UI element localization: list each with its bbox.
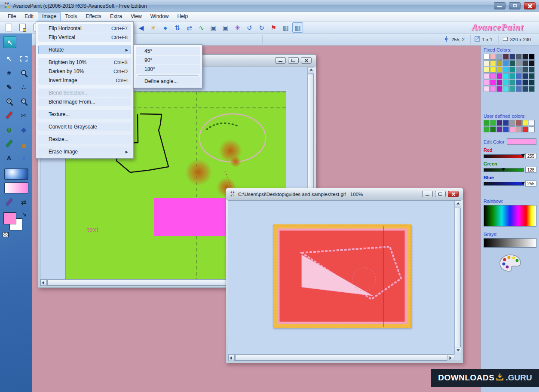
flip-vertical-button[interactable]: ⇅ <box>172 22 183 33</box>
canvas-window-maximize-button[interactable] <box>288 57 299 64</box>
color-swatch[interactable] <box>503 54 509 60</box>
color-swatch[interactable] <box>496 67 502 73</box>
menu-view[interactable]: View <box>126 12 146 21</box>
testgif-minimize-button[interactable] <box>422 191 433 197</box>
stamp-tool[interactable]: ▄ <box>17 138 30 150</box>
user-color-swatch[interactable] <box>484 126 490 132</box>
color-swatch[interactable] <box>484 54 490 60</box>
grays-picker[interactable] <box>484 238 536 248</box>
testgif-close-button[interactable] <box>448 191 459 197</box>
grid-button[interactable]: ▦ <box>280 22 291 33</box>
color-swatch[interactable] <box>529 60 535 66</box>
edit-color-swatch[interactable] <box>507 138 536 145</box>
foreground-color-well[interactable] <box>3 212 16 224</box>
color-swatch[interactable] <box>503 86 509 92</box>
color-swatch[interactable] <box>490 60 496 66</box>
rotate-right-button[interactable]: ↻ <box>256 22 267 33</box>
color-swatch[interactable] <box>503 80 509 86</box>
user-color-swatch[interactable] <box>503 120 509 126</box>
scroll-right-icon[interactable] <box>448 355 454 361</box>
transparency-icon[interactable] <box>3 232 9 237</box>
color-swatch[interactable] <box>496 80 502 86</box>
color-swatch[interactable] <box>516 73 522 79</box>
color-swatch[interactable] <box>529 86 535 92</box>
palette-icon[interactable] <box>484 254 536 274</box>
red-slider-marker[interactable] <box>521 154 525 158</box>
zoom-in-tool[interactable]: + <box>3 95 15 107</box>
scroll-up-icon[interactable] <box>455 201 461 207</box>
menu-item-invert-image[interactable]: Invert ImageCtrl+I <box>38 76 131 85</box>
color-swatch[interactable] <box>522 86 528 92</box>
color-swatch[interactable] <box>516 67 522 73</box>
green-slider-marker[interactable] <box>502 168 505 172</box>
water-drop-tool[interactable]: ● <box>17 152 30 164</box>
user-color-swatch[interactable] <box>516 126 522 132</box>
canvas-window-minimize-button[interactable] <box>275 57 286 64</box>
testgif-window-titlebar[interactable]: C:\Users\psi\Desktop\guides and samples\… <box>226 188 463 200</box>
menu-item-darken-by-10[interactable]: Darken by 10%Ctrl+D <box>38 67 131 76</box>
color-swatch[interactable] <box>490 80 496 86</box>
color-swatch[interactable] <box>484 60 490 66</box>
eyedropper-tool[interactable] <box>3 196 15 208</box>
color-swatch[interactable] <box>484 86 490 92</box>
user-color-swatch[interactable] <box>522 120 528 126</box>
color-swatch[interactable] <box>509 73 515 79</box>
color-swatch[interactable] <box>503 60 509 66</box>
user-color-swatch[interactable] <box>529 126 535 132</box>
color-swatch[interactable] <box>496 86 502 92</box>
color-swatch[interactable] <box>516 54 522 60</box>
airbrush-tool[interactable] <box>3 138 15 150</box>
effects-button[interactable]: ✳ <box>232 22 243 33</box>
color-swatch[interactable] <box>509 54 515 60</box>
color-swatch[interactable] <box>490 86 496 92</box>
color-swatch[interactable] <box>522 60 528 66</box>
color-swatch[interactable] <box>503 67 509 73</box>
red-slider-bar[interactable] <box>484 154 524 158</box>
color-swatch[interactable] <box>484 67 490 73</box>
color-swatch[interactable] <box>490 73 496 79</box>
color-swatch[interactable] <box>509 86 515 92</box>
scroll-left-icon[interactable] <box>228 355 235 361</box>
user-color-swatch[interactable] <box>529 120 535 126</box>
menu-item-texture[interactable]: Texture... <box>38 110 131 119</box>
minimize-button[interactable] <box>494 2 505 9</box>
maximize-button[interactable] <box>509 2 521 9</box>
titlebar[interactable]: AvancePaint (c)2006-2013 RGS-AvanceSoft … <box>0 0 539 12</box>
user-color-swatch[interactable] <box>516 120 522 126</box>
scroll-down-icon[interactable] <box>455 348 461 354</box>
menu-window[interactable]: Window <box>146 12 173 21</box>
spray-tool[interactable]: ∴ <box>17 81 30 93</box>
user-color-swatch[interactable] <box>490 126 496 132</box>
grid-active-button[interactable]: ▦ <box>292 22 303 33</box>
pink-gradient-preview[interactable] <box>4 182 28 193</box>
scroll-up-icon[interactable] <box>308 67 314 74</box>
user-color-swatch[interactable] <box>496 126 502 132</box>
menu-image[interactable]: Image <box>38 12 61 21</box>
color-swatch[interactable] <box>522 67 528 73</box>
blue-slider-bar[interactable] <box>484 182 524 186</box>
user-color-swatch[interactable] <box>522 126 528 132</box>
menu-item-convert-to-grayscale[interactable]: Convert to Grayscale <box>38 122 131 131</box>
menu-item-180[interactable]: 180° <box>136 65 200 74</box>
color-swatch[interactable] <box>522 54 528 60</box>
menu-item-define-angle[interactable]: Define angle... <box>136 77 200 86</box>
color-swatch[interactable] <box>522 80 528 86</box>
text-tool[interactable]: A <box>3 152 15 164</box>
menu-item-45[interactable]: 45° <box>136 47 200 55</box>
color-swatch[interactable] <box>516 86 522 92</box>
color-swatch[interactable] <box>484 80 490 86</box>
marquee-select-tool[interactable] <box>17 52 30 64</box>
swap-wells-icon[interactable]: ↘ <box>22 211 27 217</box>
color-swatch[interactable] <box>516 80 522 86</box>
menu-file[interactable]: File <box>3 12 20 21</box>
brightness-button[interactable]: ☀ <box>148 22 159 33</box>
brush-tool[interactable] <box>3 109 15 121</box>
menu-item-resize[interactable]: Resize... <box>38 135 131 144</box>
new-file-button[interactable] <box>3 22 14 33</box>
globe-button[interactable]: ● <box>160 22 171 33</box>
flip-horizontal-button[interactable]: ⇄ <box>184 22 195 33</box>
clone-tool[interactable]: ψ <box>3 123 15 135</box>
gradient-preview[interactable] <box>4 168 28 180</box>
menu-item-erase-image[interactable]: Erase Image▶ <box>38 147 131 156</box>
menu-item-brighten-by-10[interactable]: Brighten by 10%Ctrl+B <box>38 58 131 67</box>
